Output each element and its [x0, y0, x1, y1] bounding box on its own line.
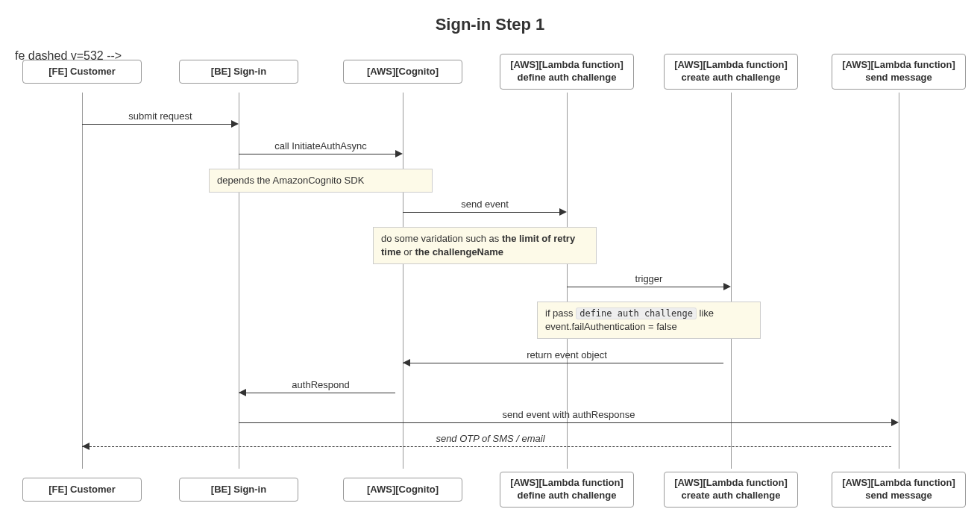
note-ifpass: if pass define auth challenge like event…	[537, 302, 761, 339]
msg-authrespond: authRespond	[239, 379, 403, 390]
lifeline-fe	[82, 93, 83, 469]
msg-submit: submit request	[82, 110, 239, 122]
note-validation-b2: the challengeName	[415, 246, 504, 257]
actor-fe-top: [FE] Customer	[22, 60, 142, 84]
actor-define-top: [AWS][Lambda function] define auth chall…	[500, 54, 634, 90]
arrow-trigger	[567, 287, 723, 287]
msg-trigger: trigger	[567, 273, 731, 284]
note-validation-text-mid: or	[401, 246, 415, 257]
actor-create-top: [AWS][Lambda function] create auth chall…	[664, 54, 798, 90]
arrow-initiate	[239, 154, 395, 154]
actor-send-bottom: [AWS][Lambda function] send message	[832, 472, 966, 508]
msg-sendotp: send OTP of SMS / email	[82, 433, 899, 444]
actor-cognito-bottom: [AWS][Cognito]	[343, 478, 462, 502]
arrow-sendotp	[82, 446, 891, 447]
msg-initiate: call InitiateAuthAsync	[239, 140, 403, 152]
arrow-sendauthresp	[239, 422, 891, 423]
arrow-authrespond	[239, 393, 395, 393]
actor-define-bottom: [AWS][Lambda function] define auth chall…	[500, 472, 634, 508]
actor-be-bottom: [BE] Sign-in	[179, 478, 298, 502]
msg-sendauthresp: send event with authResponse	[239, 409, 899, 420]
actor-be-top: [BE] Sign-in	[179, 60, 298, 84]
arrow-sendevent	[403, 212, 559, 213]
msg-sendevent: send event	[403, 199, 567, 210]
actor-fe-bottom: [FE] Customer	[22, 478, 142, 502]
note-sdk: depends the AmazonCognito SDK	[209, 169, 433, 193]
lifeline-send	[899, 93, 899, 469]
note-validation-text-pre: do some varidation such as	[381, 233, 502, 244]
note-ifpass-pre: if pass	[545, 307, 576, 319]
msg-return: return event object	[403, 349, 731, 360]
sequence-diagram: [FE] Customer [BE] Sign-in [AWS][Cognito…	[15, 49, 965, 509]
actor-cognito-top: [AWS][Cognito]	[343, 60, 462, 84]
arrow-return	[403, 363, 723, 363]
arrow-submit	[82, 124, 231, 125]
note-validation: do some varidation such as the limit of …	[373, 227, 597, 264]
actor-create-bottom: [AWS][Lambda function] create auth chall…	[664, 472, 798, 508]
note-ifpass-code: define auth challenge	[576, 307, 697, 319]
page-title: Sign-in Step 1	[15, 15, 965, 34]
actor-send-top: [AWS][Lambda function] send message	[832, 54, 966, 90]
